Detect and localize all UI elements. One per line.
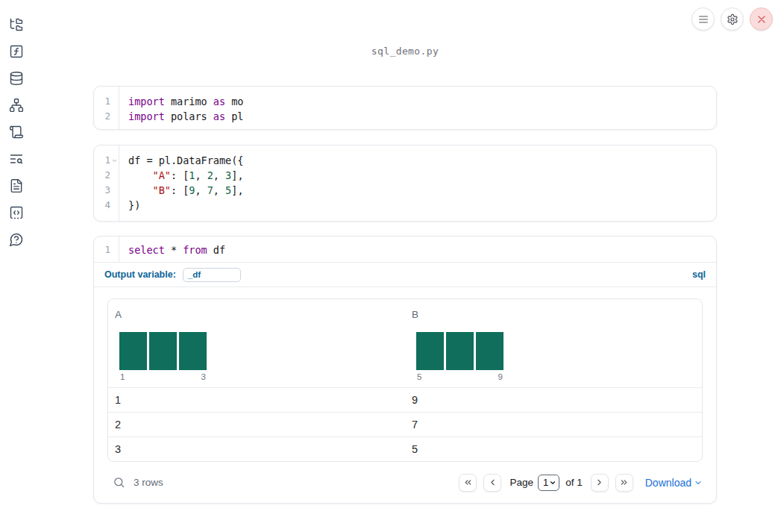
chevron-down-icon [694,478,703,487]
dataframe-table: A13B59 192735 [107,298,703,462]
menu-button[interactable] [691,7,715,31]
histogram-bar [476,332,503,370]
sidebar-item-documentation[interactable] [9,178,24,193]
sidebar-item-dependency-graph[interactable] [9,98,24,113]
column-header-A[interactable]: A13 [108,309,405,381]
histogram-bar [119,332,147,370]
output-variable-label: Output variable: [104,269,176,280]
chevrons-left-icon [463,478,473,487]
gear-icon [727,13,738,25]
fold-chevron-icon[interactable] [111,157,118,164]
sidebar-item-variables[interactable] [9,44,24,59]
code-line[interactable]: "B": [9, 7, 5], [128,183,244,198]
line-number: 3 [94,183,110,198]
outline-search-icon [9,151,24,166]
table-cell: 1 [108,394,405,406]
column-header-B[interactable]: B59 [405,309,702,381]
variables-function-icon [9,44,24,59]
table-cell: 9 [405,394,702,406]
code-line[interactable]: import marimo as mo [128,94,243,109]
output-variable-value: _df [188,270,201,279]
line-number: 1 [94,153,110,168]
page-label: Page [509,477,533,488]
sql-cell: 1select * from df Output variable: _df s… [93,236,717,504]
code-line[interactable]: df = pl.DataFrame({ [128,153,244,168]
notebook-filename: sql_demo.py [93,46,717,57]
shutdown-button[interactable] [750,7,773,31]
column-histogram: 59 [416,332,503,381]
sql-output: A13B59 192735 3 rows [94,287,716,503]
hist-min-label: 5 [417,372,421,381]
chevron-left-icon [488,478,498,487]
hist-min-label: 1 [120,372,125,381]
table-cell: 3 [108,443,405,455]
datasources-database-icon [9,71,24,86]
table-cell: 5 [405,443,702,455]
help-chat-icon [9,232,24,247]
logs-scroll-icon [9,125,24,140]
line-number: 1 [94,94,110,109]
code-line[interactable]: }) [128,198,244,213]
table-row[interactable]: 19 [108,387,702,412]
table-footer: 3 rows Page 1 of [107,462,703,503]
table-cell: 7 [405,419,702,431]
sql-meta-row: Output variable: _df sql [94,263,716,287]
code-editor-imports[interactable]: 12import marimo as moimport polars as pl [94,87,716,129]
scratchpad-code-icon [9,205,24,220]
code-line[interactable]: import polars as pl [128,109,243,124]
settings-button[interactable] [721,7,744,31]
notebook-cells: 12import marimo as moimport polars as pl… [93,86,717,504]
documentation-file-icon [9,178,24,193]
table-row[interactable]: 35 [108,436,702,461]
search-icon[interactable] [113,476,125,489]
sidebar-item-logs[interactable] [9,125,24,140]
chevrons-right-icon [619,478,629,487]
column-name: A [115,309,405,320]
line-number: 2 [94,168,110,183]
code-cell-dataframe: 1234df = pl.DataFrame({ "A": [1, 2, 3], … [93,145,717,222]
last-page-button[interactable] [615,474,633,492]
sidebar-item-help-chat[interactable] [9,232,24,247]
sidebar-item-file-explorer[interactable] [9,17,24,32]
code-editor-dataframe[interactable]: 1234df = pl.DataFrame({ "A": [1, 2, 3], … [94,145,716,221]
hamburger-icon [697,13,709,25]
table-cell: 2 [108,419,405,431]
first-page-button[interactable] [459,474,477,492]
page-select-value: 1 [543,477,548,488]
table-header: A13B59 [108,299,702,387]
close-icon [756,13,768,25]
table-body: 192735 [108,387,702,461]
next-page-button[interactable] [591,474,609,492]
code-editor-sql[interactable]: 1select * from df [94,237,716,262]
line-number: 4 [94,198,110,213]
download-label: Download [645,477,691,489]
row-count: 3 rows [134,477,163,488]
output-variable-input[interactable]: _df [183,268,241,282]
table-row[interactable]: 27 [108,412,702,436]
sidebar-item-outline-search[interactable] [9,151,24,166]
line-number: 1 [94,242,110,257]
sidebar-item-datasources[interactable] [9,71,24,86]
page-total-label: of 1 [565,477,583,488]
hist-max-label: 3 [201,372,206,381]
page-select[interactable]: 1 [538,475,559,491]
histogram-bar [416,332,444,370]
column-histogram: 13 [119,332,207,381]
chevron-right-icon [595,478,604,487]
histogram-bar [149,332,177,370]
dependency-graph-icon [9,98,24,113]
histogram-bar [446,332,474,370]
code-line[interactable]: select * from df [128,242,225,257]
hist-max-label: 9 [498,372,503,381]
histogram-bar [179,332,207,370]
code-line[interactable]: "A": [1, 2, 3], [128,168,244,183]
language-badge[interactable]: sql [692,269,706,280]
download-button[interactable]: Download [645,477,703,489]
sidebar-panel [0,17,33,247]
prev-page-button[interactable] [483,474,501,492]
line-number: 2 [94,109,110,124]
chevron-down-icon [549,479,556,486]
topbar-actions [691,7,773,31]
sidebar-item-scratchpad[interactable] [9,205,24,220]
column-name: B [412,309,702,320]
